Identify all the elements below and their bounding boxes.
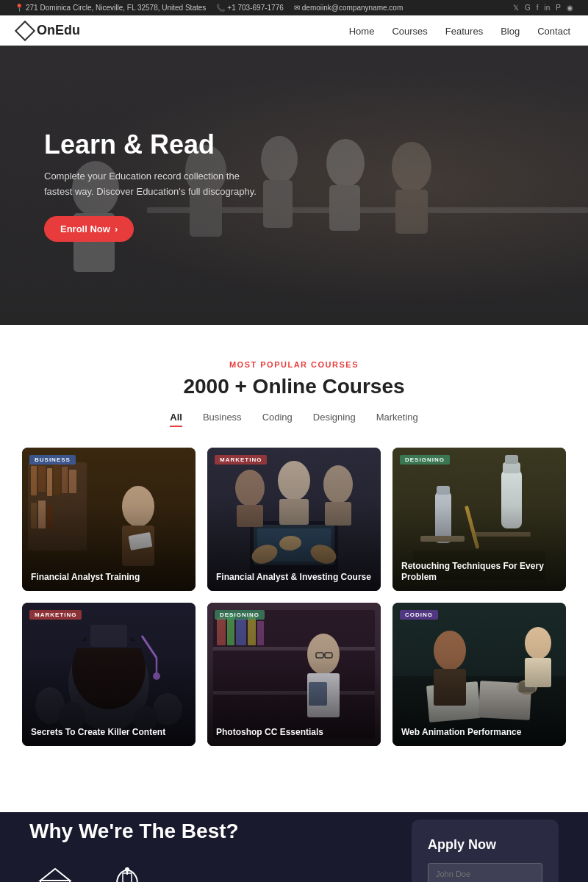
badge-designing-5: DESIGNING: [215, 610, 265, 620]
hero-section: Learn & Read Complete your Education rec…: [0, 46, 588, 325]
badge-coding-6: CODING: [400, 610, 438, 620]
course-card-3[interactable]: DESIGNING Retouching Techniques For Ever…: [392, 448, 566, 591]
filter-coding[interactable]: Coding: [262, 412, 293, 427]
course-card-5[interactable]: DESIGNING Photoshop CC Essentials: [207, 603, 381, 746]
course-card-1[interactable]: BUSINESS Financial Analyst Training: [22, 448, 196, 591]
svg-point-7: [392, 142, 431, 192]
masterclass-icon: [37, 865, 74, 882]
badge-designing-3: DESIGNING: [400, 455, 450, 465]
arrow-right-icon: ›: [115, 223, 118, 234]
facebook-icon[interactable]: f: [537, 4, 539, 12]
feature-scholarship: Scholarship: [102, 865, 152, 882]
course-title-4: Secrets To Create Killer Content: [22, 720, 196, 746]
hero-subtitle: Complete your Education record collectio…: [44, 169, 265, 200]
svg-marker-92: [40, 869, 70, 881]
course-card-6[interactable]: CODING Web Animation Performance: [392, 603, 566, 746]
top-bar: 📍 271 Dominica Circle, Niceville, FL 325…: [0, 0, 588, 15]
course-title-2: Financial Analyst & Investing Course: [207, 564, 381, 591]
svg-point-5: [326, 139, 365, 187]
course-title-1: Financial Analyst Training: [22, 564, 196, 591]
logo-diamond-icon: [15, 20, 35, 40]
dark-section-title: Why We're The Best?: [29, 820, 390, 843]
filter-business[interactable]: Business: [203, 412, 242, 427]
badge-marketing-2: MARKETING: [215, 455, 267, 465]
dark-left-content: Why We're The Best? Mas: [29, 820, 390, 882]
pinterest-icon[interactable]: P: [556, 4, 561, 12]
nav-features[interactable]: Features: [445, 26, 483, 37]
filter-marketing[interactable]: Marketing: [376, 412, 418, 427]
courses-section: MOST POPULAR COURSES 2000 + Online Cours…: [0, 325, 588, 775]
section-title: 2000 + Online Courses: [22, 375, 566, 398]
apply-name-input[interactable]: [428, 863, 542, 882]
filter-designing[interactable]: Designing: [313, 412, 356, 427]
nav-links: Home Courses Features Blog Contact: [349, 24, 570, 37]
feature-masterclass: Masterclass: [29, 865, 80, 882]
nav-home[interactable]: Home: [349, 26, 375, 37]
hero-content: Learn & Read Complete your Education rec…: [0, 129, 309, 242]
hero-title: Learn & Read: [44, 129, 265, 160]
course-title-3: Retouching Techniques For Every Problem: [392, 553, 566, 591]
svg-rect-6: [329, 185, 360, 231]
badge-business-1: BUSINESS: [29, 455, 76, 465]
linkedin-icon[interactable]: in: [545, 4, 551, 12]
badge-marketing-4: MARKETING: [29, 610, 82, 620]
apply-card: Apply Now: [412, 820, 559, 882]
nav-blog[interactable]: Blog: [501, 26, 520, 37]
course-card-4[interactable]: MARKETING Secrets To Create Killer Conte…: [22, 603, 196, 746]
nav-courses[interactable]: Courses: [392, 26, 427, 37]
enroll-button[interactable]: Enroll Now ›: [44, 216, 134, 242]
address-info: 📍 271 Dominica Circle, Niceville, FL 325…: [15, 4, 206, 12]
email-info: ✉ demoiink@companyname.com: [294, 4, 403, 12]
apply-title: Apply Now: [428, 837, 542, 853]
svg-point-96: [125, 867, 129, 872]
filter-all[interactable]: All: [170, 412, 182, 427]
course-title-5: Photoshop CC Essentials: [207, 720, 381, 746]
scholarship-icon: [109, 865, 146, 882]
google-icon[interactable]: G: [525, 4, 531, 12]
filter-tabs: All Business Coding Designing Marketing: [22, 412, 566, 427]
course-title-6: Web Animation Performance: [392, 720, 566, 746]
dark-content: Why We're The Best? Mas: [29, 820, 559, 882]
logo[interactable]: OnEdu: [18, 23, 80, 38]
section-tag: MOST POPULAR COURSES: [22, 360, 566, 369]
course-card-2[interactable]: MARKETING Financial Analyst & Investing …: [207, 448, 381, 591]
twitter-icon[interactable]: 𝕏: [513, 4, 519, 12]
nav-contact[interactable]: Contact: [537, 26, 570, 37]
rss-icon[interactable]: ◉: [567, 4, 573, 12]
course-grid: BUSINESS Financial Analyst Training: [22, 448, 566, 746]
social-links: 𝕏 G f in P ◉: [513, 4, 573, 12]
phone-info: 📞 +1 703-697-1776: [216, 4, 283, 12]
features-row: Masterclass: [29, 865, 390, 882]
dark-section: Why We're The Best? Mas: [0, 775, 588, 882]
svg-rect-8: [395, 190, 428, 234]
navbar: OnEdu Home Courses Features Blog Contact: [0, 15, 588, 46]
